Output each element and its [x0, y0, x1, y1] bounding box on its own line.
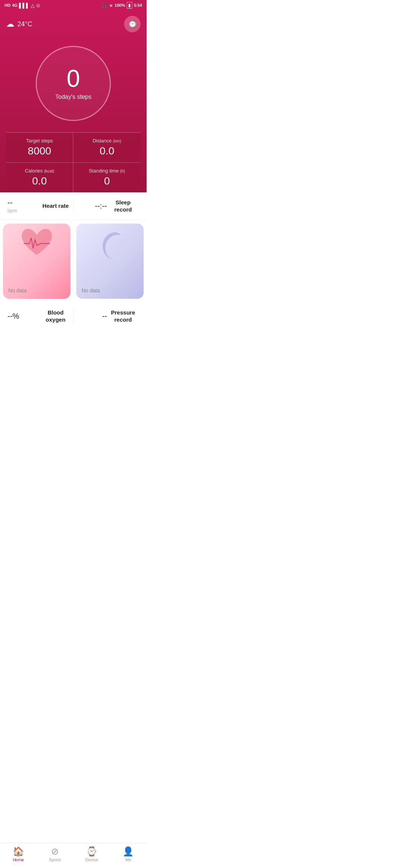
sleep-card-no-data: No data — [82, 287, 138, 293]
blood-oxygen-pressure-row[interactable]: --% Blood oxygen -- Pressure record — [0, 302, 147, 330]
heart-rate-unit: bpm — [8, 208, 17, 213]
calories-value: 0.0 — [14, 175, 65, 187]
sleep-illustration — [76, 227, 144, 264]
standing-time-unit: (h) — [120, 169, 125, 173]
target-steps-cell[interactable]: Target steps 8000 — [6, 133, 73, 163]
pressure-label: Pressure record — [111, 309, 135, 323]
signal-bars-icon: ▌▌▌ — [19, 3, 30, 8]
signal-4g: 4G — [12, 3, 18, 8]
heart-card-no-data: No data — [8, 287, 65, 293]
steps-label: Today's steps — [55, 94, 91, 100]
pressure-value: -- — [102, 312, 107, 321]
pressure-metric: -- — [75, 312, 107, 321]
heart-rate-metric: -- bpm — [8, 198, 39, 213]
sleep-value: --:-- — [95, 202, 107, 210]
blood-oxygen-metric: --% — [8, 312, 39, 321]
network-indicator: HD — [5, 3, 11, 8]
headphones-icon: 🎧 — [101, 2, 108, 8]
status-bar: HD 4G ▌▌▌ △ ◎ 🎧 ∗ 100% ▮ 5:54 — [0, 0, 147, 11]
heart-rate-label: Heart rate — [42, 203, 69, 209]
calories-cell[interactable]: Calories (kcal) 0.0 — [6, 163, 73, 192]
distance-label: Distance (km) — [81, 138, 133, 144]
distance-cell[interactable]: Distance (km) 0.0 — [73, 133, 141, 163]
svg-point-2 — [117, 243, 118, 244]
distance-value: 0.0 — [81, 145, 133, 157]
weather-widget: ☁ 24°C — [6, 19, 32, 29]
calories-unit: (kcal) — [44, 169, 54, 173]
watch-icon: ⌚ — [128, 20, 137, 29]
status-right: 🎧 ∗ 100% ▮ 5:54 — [101, 2, 142, 9]
watch-connect-button[interactable]: ⌚ — [124, 16, 141, 32]
battery-percent: 100% — [115, 3, 125, 8]
divider-2 — [73, 308, 74, 324]
heart-rate-value: -- — [8, 198, 12, 207]
svg-point-0 — [119, 233, 120, 235]
standing-time-cell[interactable]: Standing time (h) 0 — [73, 163, 141, 192]
heart-rate-label-center: Heart rate — [39, 202, 71, 210]
clock: 5:54 — [134, 3, 142, 8]
heart-sleep-row[interactable]: -- bpm Heart rate --:-- Sleep record — [0, 192, 147, 220]
steps-circle: 0 Today's steps — [36, 46, 111, 121]
cloud-icon: ☁ — [6, 19, 14, 29]
hero-top-bar: ☁ 24°C ⌚ — [6, 16, 141, 32]
standing-time-value: 0 — [81, 175, 133, 187]
svg-point-1 — [121, 239, 123, 240]
blood-oxygen-label: Blood oxygen — [46, 309, 66, 323]
steps-value: 0 — [67, 67, 80, 91]
status-left: HD 4G ▌▌▌ △ ◎ — [5, 3, 40, 8]
heart-card[interactable]: No data — [3, 224, 70, 299]
sleep-label: Sleep record — [114, 199, 132, 213]
sleep-label-center: Sleep record — [107, 199, 139, 213]
pressure-label-center: Pressure record — [107, 309, 139, 324]
blood-oxygen-value: --% — [8, 312, 19, 321]
target-steps-value: 8000 — [14, 145, 65, 157]
battery-icon: ▮ — [127, 2, 132, 9]
heart-svg — [20, 227, 54, 259]
hero-section: ☁ 24°C ⌚ 0 Today's steps Target steps 80… — [0, 11, 147, 192]
nfc-icon: ◎ — [36, 3, 40, 8]
target-steps-label: Target steps — [14, 138, 65, 144]
distance-unit: (km) — [113, 139, 121, 143]
calories-label: Calories (kcal) — [14, 168, 65, 174]
health-cards-section: No data No data — [0, 220, 147, 302]
steps-display: 0 Today's steps — [6, 38, 141, 132]
wifi-icon: △ — [31, 3, 35, 8]
standing-time-label: Standing time (h) — [81, 168, 133, 174]
divider — [73, 198, 74, 213]
heart-illustration — [3, 227, 70, 259]
sleep-svg — [95, 227, 125, 264]
temperature: 24°C — [17, 20, 32, 28]
blood-oxygen-label-center: Blood oxygen — [39, 309, 71, 324]
sleep-metric: --:-- — [75, 202, 107, 210]
sleep-card[interactable]: No data — [76, 224, 144, 299]
stats-grid: Target steps 8000 Distance (km) 0.0 Calo… — [6, 132, 141, 192]
bluetooth-icon: ∗ — [109, 3, 113, 8]
